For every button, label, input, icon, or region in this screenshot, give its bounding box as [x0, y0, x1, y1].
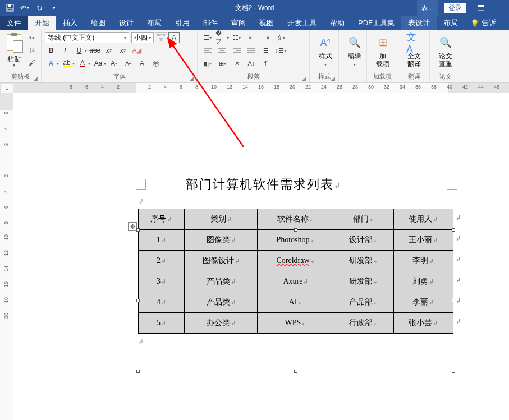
strikethrough-button[interactable]: abc [89, 45, 101, 56]
table-cell[interactable]: 王小丽↲↲ [393, 230, 453, 251]
superscript-button[interactable]: x2 [117, 45, 129, 56]
bullets-button[interactable]: ☰▾ [201, 32, 214, 43]
format-painter-icon[interactable]: 🖌 [26, 58, 38, 68]
table-cell[interactable]: Coreldraw↲ [258, 251, 334, 271]
table-cell[interactable]: 图像设计↲ [184, 251, 258, 271]
clear-format-button[interactable]: A◢ [131, 45, 143, 56]
align-left-button[interactable] [201, 45, 214, 56]
horizontal-ruler[interactable]: 8642246810121416182022242628303234363840… [13, 83, 509, 93]
shading-button[interactable]: ◧▾ [201, 58, 214, 69]
table-cell[interactable]: Axure↲ [258, 271, 334, 292]
selection-handle[interactable] [294, 228, 297, 232]
tab-developer[interactable]: 开发工具 [281, 16, 323, 30]
tab-mailings[interactable]: 邮件 [196, 16, 224, 30]
undo-icon[interactable]: ↶▾ [18, 1, 31, 15]
selection-handle[interactable] [136, 370, 140, 373]
table-cell[interactable]: 产品部↲ [334, 292, 393, 313]
table-cell[interactable]: 办公类↲ [184, 313, 258, 334]
table-row[interactable]: 4↲产品类↲AI↲产品部↲李丽↲↲ [139, 292, 453, 313]
borders-button[interactable]: ⊞▾ [215, 58, 229, 69]
selection-handle[interactable] [136, 299, 140, 302]
shrink-font-button[interactable]: A▾ [122, 58, 134, 69]
sort-button[interactable]: A↓ [245, 58, 258, 69]
table-cell[interactable]: 行政部↲ [334, 313, 393, 334]
save-icon[interactable] [3, 1, 17, 15]
table-cell[interactable]: 设计部↲ [334, 230, 393, 251]
multilevel-button[interactable]: ☷▾ [230, 32, 244, 43]
selection-handle[interactable] [452, 228, 455, 232]
font-size-combo[interactable]: 小四▾ [131, 32, 154, 43]
table-cell[interactable]: 研发部↲ [334, 271, 393, 292]
table-row[interactable]: 5↲办公类↲WPS↲行政部↲张小芸↲↲ [139, 313, 453, 334]
table-cell[interactable]: 2↲ [139, 251, 185, 271]
text-effects-button[interactable]: A▾ [45, 58, 59, 69]
table-move-handle-icon[interactable]: ✥ [128, 222, 137, 231]
table-cell[interactable]: 产品类↲ [184, 292, 258, 313]
show-marks-button[interactable]: ¶ [259, 58, 273, 69]
highlight-button[interactable]: ab▾ [61, 58, 75, 69]
table-row[interactable]: 序号↲类别↲软件名称↲部门↲使用人↲↲ [139, 209, 453, 230]
table-cell[interactable]: 3↲ [139, 271, 185, 292]
addins-button[interactable]: ⊞ 加载项 [370, 32, 395, 68]
enclose-char-button[interactable]: ㊥ [150, 58, 162, 69]
change-case-button[interactable]: Aa▾ [92, 58, 106, 69]
table-cell[interactable]: 部门↲ [334, 209, 393, 230]
translate-button[interactable]: 文A 全文翻译 [402, 32, 427, 68]
paragraph-launcher-icon[interactable]: ◢ [302, 76, 306, 81]
tab-review[interactable]: 审阅 [224, 16, 253, 30]
numbering-button[interactable]: �フ▾ [215, 32, 229, 43]
tab-table-design[interactable]: 表设计 [401, 16, 437, 30]
char-border-button[interactable]: A [168, 32, 180, 43]
login-button[interactable]: 登录 [444, 3, 466, 13]
document-canvas[interactable]: 部门计算机软件需求列表↲ ↲ ✥ 序号↲类别↲软件名称↲部门↲使用人↲↲1↲图像… [13, 93, 509, 420]
table-cell[interactable]: 产品类↲ [184, 271, 258, 292]
align-center-button[interactable] [215, 45, 229, 56]
clipboard-launcher-icon[interactable]: ◢ [34, 76, 38, 81]
italic-button[interactable]: I [59, 45, 71, 56]
table-cell[interactable]: 刘勇↲↲ [393, 271, 453, 292]
increase-indent-button[interactable]: ⇥ [259, 32, 273, 43]
font-launcher-icon[interactable]: ◢ [190, 76, 194, 81]
selection-handle[interactable] [452, 299, 455, 302]
styles-button[interactable]: A⁴ 样式▾ [313, 32, 338, 69]
tell-me[interactable]: 💡 告诉 [465, 16, 496, 30]
tab-draw[interactable]: 绘图 [84, 16, 112, 30]
word-table[interactable]: 序号↲类别↲软件名称↲部门↲使用人↲↲1↲图像类↲Photoshop↲设计部↲王… [138, 209, 453, 334]
table-cell[interactable]: Photoshop↲ [258, 230, 334, 251]
underline-button[interactable]: U▾ [73, 45, 87, 56]
tab-layout[interactable]: 布局 [140, 16, 168, 30]
table-cell[interactable]: 软件名称↲ [258, 209, 334, 230]
decrease-indent-button[interactable]: ⇤ [245, 32, 258, 43]
char-shading-button[interactable]: A [136, 58, 148, 69]
paper-check-button[interactable]: 🔍 论文查重 [433, 32, 458, 68]
table-cell[interactable]: 使用人↲↲ [393, 209, 453, 230]
snap-to-grid-button[interactable]: ✕ [230, 58, 244, 69]
redo-icon[interactable]: ↻ [33, 1, 46, 15]
document-title[interactable]: 部门计算机软件需求列表↲ [67, 176, 460, 193]
tab-file[interactable]: 文件 [0, 16, 28, 30]
selection-handle[interactable] [294, 370, 297, 373]
table-cell[interactable]: 图像类↲ [184, 230, 258, 251]
asian-layout-button[interactable]: 文▾ [274, 32, 287, 43]
tab-pdftools[interactable]: PDF工具集 [351, 16, 401, 30]
font-name-combo[interactable]: 等线 (中文正文)▾ [45, 32, 129, 43]
vertical-ruler[interactable]: 6422468101214161820 [0, 93, 13, 420]
tab-insert[interactable]: 插入 [56, 16, 84, 30]
tab-design[interactable]: 设计 [112, 16, 140, 30]
ribbon-display-icon[interactable] [472, 0, 490, 16]
tab-help[interactable]: 帮助 [323, 16, 351, 30]
grow-font-button[interactable]: A▴ [108, 58, 120, 69]
table-row[interactable]: 1↲图像类↲Photoshop↲设计部↲王小丽↲↲ [139, 230, 453, 251]
bold-button[interactable]: B [45, 45, 57, 56]
table-cell[interactable]: WPS↲ [258, 313, 334, 334]
styles-launcher-icon[interactable]: ◢ [331, 76, 335, 81]
table-cell[interactable]: 4↲ [139, 292, 185, 313]
phonetic-guide-button[interactable]: wén文 [155, 32, 167, 43]
table-cell[interactable]: 类别↲ [184, 209, 258, 230]
ruler-corner[interactable]: L [0, 83, 13, 93]
table-cell[interactable]: 序号↲ [139, 209, 185, 230]
table-row[interactable]: 3↲产品类↲Axure↲研发部↲刘勇↲↲ [139, 271, 453, 292]
font-color-button[interactable]: A▾ [76, 58, 90, 69]
justify-button[interactable] [245, 45, 258, 56]
qat-customize-icon[interactable]: ▾ [47, 1, 61, 15]
